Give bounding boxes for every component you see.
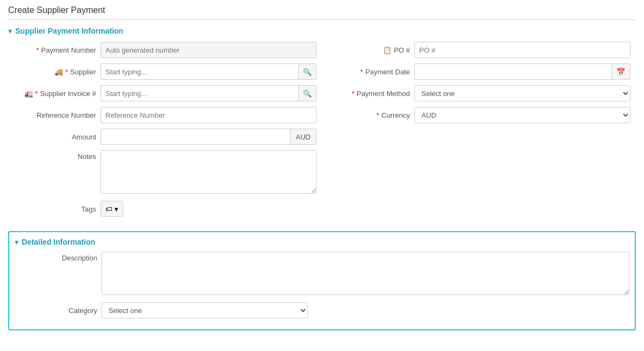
payment-number-label: * Payment Number bbox=[14, 46, 100, 54]
supplier-required: * bbox=[65, 68, 68, 76]
payment-date-group: 21/08/2017 📅 bbox=[414, 63, 630, 80]
reference-number-label: Reference Number bbox=[14, 111, 100, 119]
currency-row: * Currency AUD bbox=[327, 107, 630, 123]
supplier-payment-section: ▾ Supplier Payment Information * Payment… bbox=[8, 27, 636, 222]
description-content bbox=[102, 252, 629, 297]
amount-currency-suffix: AUD bbox=[291, 129, 317, 145]
supplier-invoice-search-icon: 🔍 bbox=[303, 90, 312, 98]
supplier-label: 🚚 * Supplier bbox=[14, 68, 100, 76]
payment-method-required: * bbox=[352, 90, 355, 98]
payment-date-input[interactable]: 21/08/2017 bbox=[414, 63, 611, 80]
description-row: Description bbox=[15, 252, 629, 297]
notes-textarea[interactable] bbox=[100, 150, 317, 194]
po-number-label: 📋 PO # bbox=[327, 46, 414, 54]
detailed-section-title: Detailed Information bbox=[22, 238, 95, 246]
form-left-column: * Payment Number 🚚 * Supplier 🔍 bbox=[8, 42, 322, 222]
payment-method-row: * Payment Method Select one bbox=[327, 85, 630, 101]
amount-label: Amount bbox=[14, 133, 100, 141]
form-right-column: 📋 PO # * Payment Date 21/08/2017 📅 bbox=[322, 42, 636, 222]
supplier-invoice-input[interactable] bbox=[100, 85, 298, 101]
detailed-section-chevron[interactable]: ▾ bbox=[15, 238, 18, 246]
amount-input-group: 0.00 AUD bbox=[100, 129, 317, 145]
currency-required: * bbox=[376, 111, 379, 119]
supplier-payment-section-header: ▾ Supplier Payment Information bbox=[8, 27, 636, 35]
supplier-invoice-search-button[interactable]: 🔍 bbox=[298, 85, 317, 101]
category-row: Category Select one bbox=[15, 302, 629, 318]
supplier-form-grid: * Payment Number 🚚 * Supplier 🔍 bbox=[8, 42, 636, 222]
detailed-information-section: ▾ Detailed Information Description Categ… bbox=[8, 231, 636, 330]
amount-row: Amount 0.00 AUD bbox=[14, 129, 317, 145]
notes-content bbox=[100, 150, 317, 195]
supplier-section-chevron[interactable]: ▾ bbox=[8, 27, 12, 35]
tags-button[interactable]: 🏷 ▾ bbox=[100, 201, 123, 217]
payment-date-label: * Payment Date bbox=[327, 68, 414, 76]
calendar-icon: 📅 bbox=[616, 68, 626, 76]
tags-row: Tags 🏷 ▾ bbox=[14, 201, 317, 217]
tag-icon: 🏷 bbox=[105, 205, 112, 213]
po-number-input[interactable] bbox=[414, 42, 630, 58]
payment-number-required: * bbox=[36, 46, 39, 54]
tags-label: Tags bbox=[14, 205, 100, 213]
supplier-invoice-required: * bbox=[35, 90, 38, 98]
notes-row: Notes bbox=[14, 150, 317, 195]
description-label: Description bbox=[15, 252, 102, 262]
payment-number-row: * Payment Number bbox=[14, 42, 317, 58]
supplier-input-group: 🔍 bbox=[100, 63, 317, 80]
supplier-input[interactable] bbox=[100, 63, 298, 80]
category-label: Category bbox=[15, 307, 102, 315]
supplier-invoice-label: 🚛 * Supplier Invoice # bbox=[14, 90, 100, 98]
notes-label: Notes bbox=[14, 150, 100, 161]
reference-number-input[interactable] bbox=[100, 107, 317, 123]
payment-method-select[interactable]: Select one bbox=[414, 85, 630, 101]
payment-date-row: * Payment Date 21/08/2017 📅 bbox=[327, 63, 630, 80]
page-title: Create Supplier Payment bbox=[8, 5, 636, 20]
calendar-button[interactable]: 📅 bbox=[611, 63, 630, 80]
reference-number-row: Reference Number bbox=[14, 107, 317, 123]
payment-number-input[interactable] bbox=[100, 42, 317, 58]
currency-select[interactable]: AUD bbox=[414, 107, 630, 123]
po-number-row: 📋 PO # bbox=[327, 42, 630, 58]
supplier-section-title: Supplier Payment Information bbox=[15, 27, 123, 35]
payment-date-required: * bbox=[361, 68, 363, 76]
amount-input[interactable]: 0.00 bbox=[100, 129, 291, 145]
po-icon: 📋 bbox=[383, 46, 392, 54]
detailed-section-header: ▾ Detailed Information bbox=[15, 238, 629, 246]
invoice-truck-icon: 🚛 bbox=[24, 90, 33, 98]
supplier-row: 🚚 * Supplier 🔍 bbox=[14, 63, 317, 80]
supplier-search-icon: 🔍 bbox=[303, 68, 312, 76]
truck-icon: 🚚 bbox=[54, 68, 63, 76]
supplier-invoice-row: 🚛 * Supplier Invoice # 🔍 bbox=[14, 85, 317, 101]
tags-chevron-icon: ▾ bbox=[115, 205, 118, 213]
description-textarea[interactable] bbox=[102, 252, 629, 295]
supplier-invoice-input-group: 🔍 bbox=[100, 85, 317, 101]
category-select[interactable]: Select one bbox=[102, 302, 308, 318]
payment-method-label: * Payment Method bbox=[327, 90, 414, 98]
supplier-search-button[interactable]: 🔍 bbox=[298, 63, 317, 80]
currency-label: * Currency bbox=[327, 111, 414, 119]
